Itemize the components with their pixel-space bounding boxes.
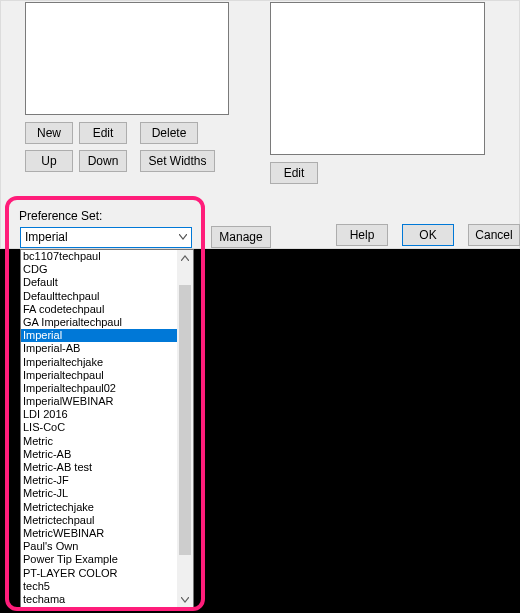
dropdown-item[interactable]: FA codetechpaul [21, 303, 177, 316]
preference-set-dropdown[interactable]: bc1107techpaulCDGDefaultDefaulttechpaulF… [20, 249, 194, 609]
dropdown-item[interactable]: Power Tip Example [21, 553, 177, 566]
scroll-down-arrow-icon[interactable] [177, 592, 193, 608]
cancel-button[interactable]: Cancel [468, 224, 520, 246]
dropdown-item[interactable]: Metrictechpaul [21, 514, 177, 527]
dropdown-item[interactable]: Metric [21, 435, 177, 448]
dropdown-item[interactable]: Default [21, 276, 177, 289]
new-button[interactable]: New [25, 122, 73, 144]
down-button[interactable]: Down [79, 150, 127, 172]
dropdown-item[interactable]: CDG [21, 263, 177, 276]
chevron-down-icon [179, 234, 187, 242]
dropdown-item[interactable]: tech5 [21, 580, 177, 593]
dropdown-item[interactable]: Imperial [21, 329, 177, 342]
dropdown-item[interactable]: Metric-AB [21, 448, 177, 461]
preference-set-combobox[interactable]: Imperial [20, 227, 192, 248]
combobox-value: Imperial [25, 230, 68, 244]
dropdown-item[interactable]: bc1107techpaul [21, 250, 177, 263]
set-widths-button[interactable]: Set Widths [140, 150, 215, 172]
dropdown-item[interactable]: Metric-JL [21, 487, 177, 500]
up-button[interactable]: Up [25, 150, 73, 172]
dropdown-item[interactable]: PT-LAYER COLOR [21, 567, 177, 580]
dropdown-item[interactable]: GA Imperialtechpaul [21, 316, 177, 329]
dropdown-item[interactable]: Metric-AB test [21, 461, 177, 474]
dropdown-item[interactable]: Metric-JF [21, 474, 177, 487]
preference-set-label: Preference Set: [19, 209, 102, 223]
manage-button[interactable]: Manage [211, 226, 271, 248]
help-button[interactable]: Help [336, 224, 388, 246]
dropdown-item[interactable]: Paul's Own [21, 540, 177, 553]
dropdown-item[interactable]: Imperialtechjake [21, 356, 177, 369]
dropdown-item[interactable]: LIS-CoC [21, 421, 177, 434]
dropdown-item[interactable]: Metrictechjake [21, 501, 177, 514]
right-edit-button[interactable]: Edit [270, 162, 318, 184]
dropdown-scrollbar[interactable] [177, 250, 193, 608]
dropdown-item[interactable]: techama [21, 593, 177, 606]
dropdown-item[interactable]: Imperial-AB [21, 342, 177, 355]
scroll-up-arrow-icon[interactable] [177, 250, 193, 266]
dropdown-item[interactable]: MetricWEBINAR [21, 527, 177, 540]
right-listbox[interactable] [270, 2, 485, 155]
edit-button[interactable]: Edit [79, 122, 127, 144]
ok-button[interactable]: OK [402, 224, 454, 246]
dropdown-item[interactable]: Defaulttechpaul [21, 290, 177, 303]
dropdown-item[interactable]: Imperialtechpaul02 [21, 382, 177, 395]
dropdown-item[interactable]: ImperialWEBINAR [21, 395, 177, 408]
scroll-thumb[interactable] [179, 285, 191, 555]
left-listbox[interactable] [25, 2, 229, 115]
dropdown-item[interactable]: LDI 2016 [21, 408, 177, 421]
delete-button[interactable]: Delete [140, 122, 198, 144]
dropdown-item[interactable]: Imperialtechpaul [21, 369, 177, 382]
